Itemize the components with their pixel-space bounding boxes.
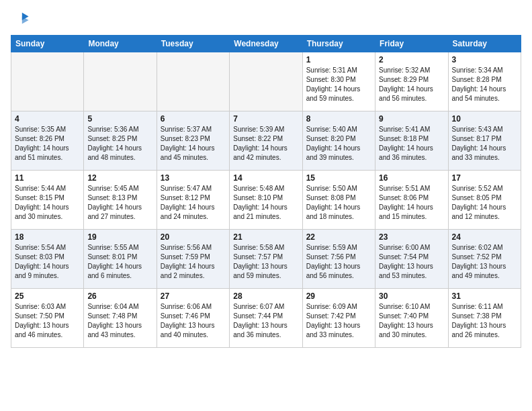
weekday-header: Thursday xyxy=(302,36,375,52)
day-info: Sunrise: 5:36 AM Sunset: 8:25 PM Dayligh… xyxy=(87,125,152,163)
day-info: Sunrise: 6:06 AM Sunset: 7:46 PM Dayligh… xyxy=(161,302,226,340)
day-info: Sunrise: 5:56 AM Sunset: 7:59 PM Dayligh… xyxy=(161,243,226,281)
day-info: Sunrise: 5:59 AM Sunset: 7:56 PM Dayligh… xyxy=(306,243,371,281)
day-number: 28 xyxy=(233,291,298,301)
day-info: Sunrise: 5:51 AM Sunset: 8:06 PM Dayligh… xyxy=(379,184,444,222)
calendar-week-row: 4Sunrise: 5:35 AM Sunset: 8:26 PM Daylig… xyxy=(11,111,521,171)
weekday-header: Sunday xyxy=(11,36,84,52)
day-number: 1 xyxy=(306,55,371,64)
day-info: Sunrise: 6:11 AM Sunset: 7:38 PM Dayligh… xyxy=(452,302,517,340)
calendar-week-row: 1Sunrise: 5:31 AM Sunset: 8:30 PM Daylig… xyxy=(11,52,521,111)
day-info: Sunrise: 5:34 AM Sunset: 8:28 PM Dayligh… xyxy=(452,66,517,103)
calendar-cell: 10Sunrise: 5:43 AM Sunset: 8:17 PM Dayli… xyxy=(448,111,521,171)
day-info: Sunrise: 5:47 AM Sunset: 8:12 PM Dayligh… xyxy=(161,184,226,222)
calendar-cell: 2Sunrise: 5:32 AM Sunset: 8:29 PM Daylig… xyxy=(375,52,448,111)
calendar-cell: 7Sunrise: 5:39 AM Sunset: 8:22 PM Daylig… xyxy=(230,111,302,171)
day-info: Sunrise: 5:58 AM Sunset: 7:57 PM Dayligh… xyxy=(233,243,298,281)
calendar-cell: 25Sunrise: 6:03 AM Sunset: 7:50 PM Dayli… xyxy=(11,289,84,348)
day-number: 26 xyxy=(87,291,152,301)
day-info: Sunrise: 5:32 AM Sunset: 8:29 PM Dayligh… xyxy=(379,66,444,103)
weekday-header: Saturday xyxy=(448,36,521,52)
logo-icon xyxy=(11,11,30,30)
calendar-week-row: 18Sunrise: 5:54 AM Sunset: 8:03 PM Dayli… xyxy=(11,230,521,289)
day-number: 19 xyxy=(87,232,152,242)
day-number: 7 xyxy=(233,114,298,124)
day-info: Sunrise: 5:48 AM Sunset: 8:10 PM Dayligh… xyxy=(233,184,298,222)
calendar-cell: 18Sunrise: 5:54 AM Sunset: 8:03 PM Dayli… xyxy=(11,230,84,289)
calendar-cell: 8Sunrise: 5:40 AM Sunset: 8:20 PM Daylig… xyxy=(302,111,375,171)
day-info: Sunrise: 6:07 AM Sunset: 7:44 PM Dayligh… xyxy=(233,302,298,340)
day-number: 24 xyxy=(452,232,517,242)
day-number: 30 xyxy=(379,291,444,301)
day-number: 27 xyxy=(161,291,226,301)
calendar-cell: 26Sunrise: 6:04 AM Sunset: 7:48 PM Dayli… xyxy=(84,289,157,348)
day-number: 4 xyxy=(15,114,80,124)
day-number: 2 xyxy=(379,55,444,64)
day-info: Sunrise: 5:40 AM Sunset: 8:20 PM Dayligh… xyxy=(306,125,371,163)
calendar-cell: 24Sunrise: 6:02 AM Sunset: 7:52 PM Dayli… xyxy=(448,230,521,289)
calendar-cell: 19Sunrise: 5:55 AM Sunset: 8:01 PM Dayli… xyxy=(84,230,157,289)
calendar-cell: 3Sunrise: 5:34 AM Sunset: 8:28 PM Daylig… xyxy=(448,52,521,111)
calendar-cell: 6Sunrise: 5:37 AM Sunset: 8:23 PM Daylig… xyxy=(157,111,229,171)
calendar-cell xyxy=(11,52,84,111)
day-number: 5 xyxy=(87,114,152,124)
day-info: Sunrise: 6:02 AM Sunset: 7:52 PM Dayligh… xyxy=(452,243,517,281)
calendar-cell xyxy=(230,52,302,111)
weekday-header: Friday xyxy=(375,36,448,52)
day-info: Sunrise: 6:09 AM Sunset: 7:42 PM Dayligh… xyxy=(306,302,371,340)
calendar-cell: 11Sunrise: 5:44 AM Sunset: 8:15 PM Dayli… xyxy=(11,171,84,230)
day-number: 8 xyxy=(306,114,371,124)
day-number: 9 xyxy=(379,114,444,124)
day-number: 3 xyxy=(452,55,517,64)
calendar-table: SundayMondayTuesdayWednesdayThursdayFrid… xyxy=(11,35,521,348)
day-number: 29 xyxy=(306,291,371,301)
calendar-body: 1Sunrise: 5:31 AM Sunset: 8:30 PM Daylig… xyxy=(11,52,521,348)
day-info: Sunrise: 5:55 AM Sunset: 8:01 PM Dayligh… xyxy=(87,243,152,281)
day-number: 15 xyxy=(306,173,371,183)
calendar-cell: 27Sunrise: 6:06 AM Sunset: 7:46 PM Dayli… xyxy=(157,289,229,348)
day-number: 25 xyxy=(15,291,80,301)
day-info: Sunrise: 5:43 AM Sunset: 8:17 PM Dayligh… xyxy=(452,125,517,163)
calendar-cell: 30Sunrise: 6:10 AM Sunset: 7:40 PM Dayli… xyxy=(375,289,448,348)
calendar-cell: 12Sunrise: 5:45 AM Sunset: 8:13 PM Dayli… xyxy=(84,171,157,230)
day-info: Sunrise: 5:35 AM Sunset: 8:26 PM Dayligh… xyxy=(15,125,80,163)
day-number: 12 xyxy=(87,173,152,183)
calendar-cell: 1Sunrise: 5:31 AM Sunset: 8:30 PM Daylig… xyxy=(302,52,375,111)
calendar-cell: 31Sunrise: 6:11 AM Sunset: 7:38 PM Dayli… xyxy=(448,289,521,348)
calendar-cell: 5Sunrise: 5:36 AM Sunset: 8:25 PM Daylig… xyxy=(84,111,157,171)
day-number: 23 xyxy=(379,232,444,242)
day-info: Sunrise: 5:39 AM Sunset: 8:22 PM Dayligh… xyxy=(233,125,298,163)
calendar-cell xyxy=(84,52,157,111)
calendar-cell: 23Sunrise: 6:00 AM Sunset: 7:54 PM Dayli… xyxy=(375,230,448,289)
calendar-week-row: 25Sunrise: 6:03 AM Sunset: 7:50 PM Dayli… xyxy=(11,289,521,348)
weekday-header: Wednesday xyxy=(230,36,302,52)
calendar-week-row: 11Sunrise: 5:44 AM Sunset: 8:15 PM Dayli… xyxy=(11,171,521,230)
calendar-cell: 21Sunrise: 5:58 AM Sunset: 7:57 PM Dayli… xyxy=(230,230,302,289)
calendar-cell: 28Sunrise: 6:07 AM Sunset: 7:44 PM Dayli… xyxy=(230,289,302,348)
day-number: 17 xyxy=(452,173,517,183)
calendar-cell: 20Sunrise: 5:56 AM Sunset: 7:59 PM Dayli… xyxy=(157,230,229,289)
day-number: 31 xyxy=(452,291,517,301)
calendar-cell: 14Sunrise: 5:48 AM Sunset: 8:10 PM Dayli… xyxy=(230,171,302,230)
day-info: Sunrise: 5:31 AM Sunset: 8:30 PM Dayligh… xyxy=(306,66,371,103)
weekday-header: Tuesday xyxy=(157,36,229,52)
logo xyxy=(11,11,32,30)
day-info: Sunrise: 6:04 AM Sunset: 7:48 PM Dayligh… xyxy=(87,302,152,340)
day-info: Sunrise: 5:50 AM Sunset: 8:08 PM Dayligh… xyxy=(306,184,371,222)
day-info: Sunrise: 6:10 AM Sunset: 7:40 PM Dayligh… xyxy=(379,302,444,340)
calendar-cell: 17Sunrise: 5:52 AM Sunset: 8:05 PM Dayli… xyxy=(448,171,521,230)
day-number: 18 xyxy=(15,232,80,242)
day-number: 13 xyxy=(161,173,226,183)
calendar-cell: 4Sunrise: 5:35 AM Sunset: 8:26 PM Daylig… xyxy=(11,111,84,171)
day-number: 20 xyxy=(161,232,226,242)
day-info: Sunrise: 5:54 AM Sunset: 8:03 PM Dayligh… xyxy=(15,243,80,281)
day-number: 6 xyxy=(161,114,226,124)
calendar-header-row: SundayMondayTuesdayWednesdayThursdayFrid… xyxy=(11,36,521,52)
day-number: 11 xyxy=(15,173,80,183)
calendar-cell: 9Sunrise: 5:41 AM Sunset: 8:18 PM Daylig… xyxy=(375,111,448,171)
page-header xyxy=(11,11,521,30)
calendar-cell: 22Sunrise: 5:59 AM Sunset: 7:56 PM Dayli… xyxy=(302,230,375,289)
day-number: 16 xyxy=(379,173,444,183)
calendar-cell: 29Sunrise: 6:09 AM Sunset: 7:42 PM Dayli… xyxy=(302,289,375,348)
calendar-cell: 13Sunrise: 5:47 AM Sunset: 8:12 PM Dayli… xyxy=(157,171,229,230)
